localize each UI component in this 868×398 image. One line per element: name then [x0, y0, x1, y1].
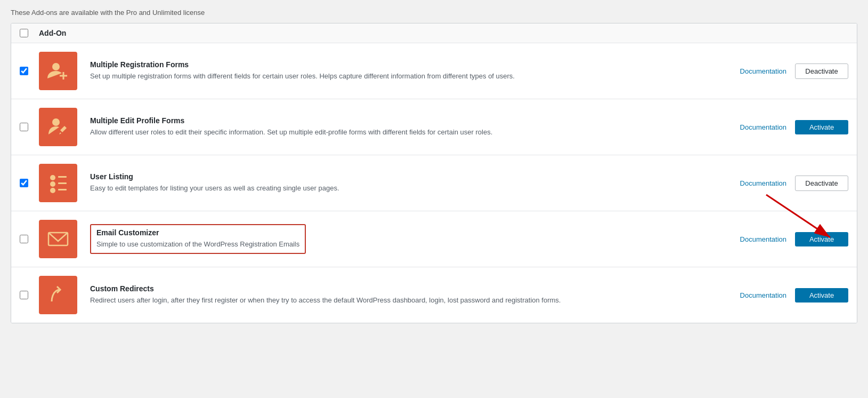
row-1-doc-link[interactable]: Documentation: [740, 67, 786, 75]
table-header: Add-On: [11, 23, 857, 43]
redirect-icon: [47, 284, 69, 306]
user-plus-icon: [47, 60, 69, 82]
row-3-icon-col: [39, 164, 82, 202]
row-5-checkbox[interactable]: [20, 291, 28, 299]
row-4-checkbox[interactable]: [20, 235, 28, 243]
license-notice: These Add-ons are available with the Pro…: [11, 9, 857, 17]
row-5-content: Custom Redirects Redirect users after lo…: [90, 284, 729, 306]
row-3-checkbox[interactable]: [20, 179, 28, 187]
row-2-desc: Allow different user roles to edit their…: [90, 127, 729, 138]
row-3-content: User Listing Easy to edit templates for …: [90, 172, 729, 194]
row-5-desc: Redirect users after login, after they f…: [90, 295, 729, 306]
user-listing-icon: [39, 164, 77, 202]
table-row: Multiple Edit Profile Forms Allow differ…: [11, 99, 857, 155]
row-4-actions: Documentation Activate: [740, 232, 848, 246]
row-2-activate-button[interactable]: Activate: [795, 120, 848, 134]
svg-rect-7: [58, 176, 67, 178]
row-3-title: User Listing: [90, 172, 729, 181]
select-all-checkbox[interactable]: [20, 29, 28, 37]
row-5-actions: Documentation Activate: [740, 288, 848, 303]
table-row: Multiple Registration Forms Set up multi…: [11, 43, 857, 99]
row-1-icon-col: [39, 52, 82, 90]
email-customizer-highlight-box: Email Customizer Simple to use customiza…: [90, 224, 306, 254]
row-4-title: Email Customizer: [96, 228, 299, 237]
multiple-edit-icon: [39, 108, 77, 146]
user-list-icon: [47, 172, 69, 194]
email-icon: [47, 228, 69, 250]
row-1-deactivate-button[interactable]: Deactivate: [795, 63, 848, 79]
main-container: These Add-ons are available with the Pro…: [0, 0, 868, 398]
svg-point-5: [50, 181, 55, 187]
row-3-deactivate-button[interactable]: Deactivate: [795, 176, 848, 191]
row-5-doc-link[interactable]: Documentation: [740, 291, 786, 299]
row-checkbox-col: [20, 123, 39, 131]
row-1-content: Multiple Registration Forms Set up multi…: [90, 60, 729, 82]
user-edit-icon: [47, 116, 69, 138]
row-2-content: Multiple Edit Profile Forms Allow differ…: [90, 116, 729, 138]
row-4-content: Email Customizer Simple to use customiza…: [90, 224, 729, 254]
header-check-col: [20, 29, 39, 37]
row-checkbox-col: [20, 179, 39, 187]
row-5-icon-col: [39, 276, 82, 314]
row-checkbox-col: [20, 291, 39, 299]
row-4-doc-link[interactable]: Documentation: [740, 235, 786, 243]
row-1-checkbox[interactable]: [20, 67, 28, 75]
svg-point-0: [52, 63, 60, 70]
svg-rect-9: [58, 189, 67, 190]
row-5-activate-button[interactable]: Activate: [795, 288, 848, 303]
table-row: User Listing Easy to edit templates for …: [11, 155, 857, 211]
multiple-registration-icon: [39, 52, 77, 90]
custom-redirects-icon: [39, 276, 77, 314]
row-checkbox-col: [20, 235, 39, 243]
row-4-activate-button[interactable]: Activate: [795, 232, 848, 246]
row-2-title: Multiple Edit Profile Forms: [90, 116, 729, 125]
row-3-desc: Easy to edit templates for listing your …: [90, 183, 729, 194]
row-5-title: Custom Redirects: [90, 284, 729, 293]
row-1-title: Multiple Registration Forms: [90, 60, 729, 69]
email-customizer-icon: [39, 220, 77, 258]
addons-table: Add-On Multiple Registration Forms: [11, 23, 857, 323]
row-checkbox-col: [20, 67, 39, 75]
row-1-actions: Documentation Deactivate: [740, 63, 848, 79]
table-row: Email Customizer Simple to use customiza…: [11, 211, 857, 267]
row-2-icon-col: [39, 108, 82, 146]
table-row: Custom Redirects Redirect users after lo…: [11, 267, 857, 323]
row-2-checkbox[interactable]: [20, 123, 28, 131]
row-2-doc-link[interactable]: Documentation: [740, 123, 786, 131]
svg-point-6: [50, 188, 55, 193]
row-4-icon-col: [39, 220, 82, 258]
svg-point-3: [52, 118, 60, 126]
row-1-desc: Set up multiple registration forms with …: [90, 71, 729, 82]
row-4-desc: Simple to use customization of the WordP…: [96, 239, 299, 250]
svg-point-4: [50, 175, 55, 180]
row-3-actions: Documentation Deactivate: [740, 176, 848, 191]
row-3-doc-link[interactable]: Documentation: [740, 179, 786, 187]
addon-column-header: Add-On: [39, 29, 848, 37]
row-2-actions: Documentation Activate: [740, 120, 848, 134]
svg-rect-8: [58, 182, 67, 184]
